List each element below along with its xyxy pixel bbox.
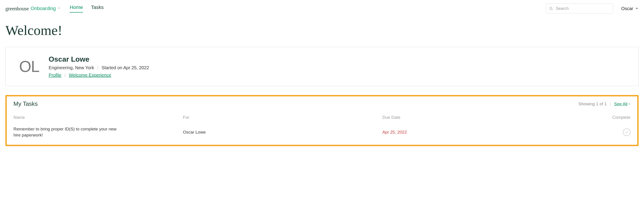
page-title: Welcome! [6, 22, 638, 38]
brand-greenhouse-text: greenhouse [6, 5, 29, 12]
profile-card: OL Oscar Lowe Engineering, New York | St… [6, 47, 638, 86]
tasks-table-header: Name For Due Date Complete [14, 115, 630, 120]
chevron-down-icon [58, 6, 61, 10]
check-icon [625, 130, 629, 134]
tasks-panel: My Tasks Showing 1 of 1 | See All Name F… [6, 95, 638, 146]
topbar-right: Oscar [546, 3, 638, 13]
chevron-right-icon [628, 103, 630, 105]
brand-onboarding-text: Onboarding [30, 5, 56, 11]
task-for: Oscar Lowe [183, 130, 378, 135]
col-due: Due Date [382, 115, 592, 120]
tasks-header-right: Showing 1 of 1 | See All [578, 102, 630, 106]
chevron-down-icon [635, 6, 638, 11]
table-row: Remember to bring proper ID(S) to comple… [14, 126, 630, 138]
tasks-table: Name For Due Date Complete Remember to b… [14, 115, 630, 138]
task-due-date: Apr 25, 2022 [382, 130, 592, 135]
search-wrap [546, 3, 613, 13]
task-name[interactable]: Remember to bring proper ID(S) to comple… [14, 126, 121, 138]
user-name: Oscar [621, 6, 633, 11]
tasks-title: My Tasks [14, 101, 38, 107]
col-for: For [183, 115, 378, 120]
user-menu[interactable]: Oscar [621, 6, 638, 11]
complete-toggle[interactable] [623, 128, 630, 136]
see-all-link[interactable]: See All [614, 102, 630, 106]
profile-started: Started on Apr 25, 2022 [102, 65, 149, 70]
search-input[interactable] [546, 3, 613, 13]
task-complete-wrap [597, 128, 630, 136]
divider: | [97, 65, 98, 70]
divider: | [610, 102, 611, 106]
tasks-showing: Showing 1 of 1 [578, 102, 607, 106]
col-complete: Complete [597, 115, 630, 120]
avatar: OL [19, 59, 39, 74]
col-name: Name [14, 115, 178, 120]
profile-link[interactable]: Profile [48, 73, 61, 78]
nav-home[interactable]: Home [70, 4, 83, 12]
nav-tasks[interactable]: Tasks [91, 4, 104, 12]
profile-links: Profile | Welcome Experience [48, 73, 149, 78]
profile-info: Oscar Lowe Engineering, New York | Start… [48, 55, 149, 78]
profile-meta: Engineering, New York | Started on Apr 2… [48, 65, 149, 70]
see-all-label: See All [614, 102, 627, 106]
primary-nav: Home Tasks [70, 4, 104, 12]
divider: | [64, 73, 66, 78]
tasks-header: My Tasks Showing 1 of 1 | See All [14, 101, 630, 107]
topbar: greenhouse Onboarding Home Tasks Oscar [6, 2, 638, 16]
topbar-left: greenhouse Onboarding Home Tasks [6, 4, 104, 12]
welcome-experience-link[interactable]: Welcome Experience [69, 73, 111, 78]
profile-name: Oscar Lowe [48, 55, 149, 63]
profile-dept-loc: Engineering, New York [48, 65, 94, 70]
brand-switcher[interactable]: greenhouse Onboarding [6, 5, 61, 12]
